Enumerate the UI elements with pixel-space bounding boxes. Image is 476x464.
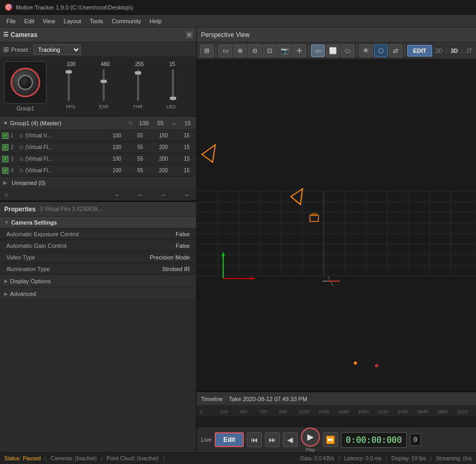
skip-to-start-button[interactable]: ⏮ — [247, 432, 262, 447]
menu-layout[interactable]: Layout — [59, 17, 85, 25]
ruler-2400: 2400 — [397, 409, 416, 414]
menu-community[interactable]: Community — [107, 17, 145, 25]
menu-help[interactable]: Help — [145, 17, 166, 25]
rect-select-button[interactable]: ▭ — [311, 44, 325, 57]
display-status: Display: 59 fps — [391, 456, 426, 461]
cam4-checkbox[interactable]: ✓ — [2, 168, 8, 174]
cam4-values: 100 55 200 15 — [109, 168, 194, 173]
jt-mode-button[interactable]: JT — [464, 48, 474, 54]
camera-controls: Group1 100 480 255 15 — [4, 61, 192, 112]
ruler-2160: 2160 — [377, 409, 396, 414]
cameras-close-button[interactable]: ✕ — [186, 31, 193, 39]
ruler-marks: 0 240 480 720 960 1200 1440 1680 1920 21… — [199, 409, 475, 414]
zoom-in-button[interactable]: ⊕ — [233, 44, 247, 57]
prop-illumination-type: Illumination Type Strobed IR — [0, 263, 196, 275]
edit-mode-button[interactable]: EDIT — [407, 45, 432, 57]
cam2-checkbox[interactable]: ✓ — [2, 144, 8, 151]
properties-subtitle: 3 Virtual Flex 3 #230839,... — [40, 206, 103, 212]
ruler-2640: 2640 — [416, 409, 436, 414]
group1-master-row[interactable]: ▼ Group1 (4) (Master) ⊙ 100 55 -- 15 — [0, 116, 196, 130]
thr-slider[interactable] — [137, 69, 139, 101]
prop-video-type: Video Type Precision Mode — [0, 252, 196, 263]
advanced-header[interactable]: ▶ Advanced — [0, 287, 196, 300]
table-row[interactable]: ✓ 1 ⊙ (Virtual V... 100 55 150 15 — [0, 130, 196, 142]
status-sep6: | — [431, 456, 432, 461]
display-button[interactable]: ⬡ — [374, 44, 388, 57]
ruler-2880: 2880 — [436, 409, 456, 414]
cam-settings-expand-icon: ▼ — [4, 220, 9, 225]
zoom-fit-button[interactable]: ⊡ — [263, 44, 277, 57]
play-button[interactable]: ▶ — [301, 428, 320, 447]
menu-file[interactable]: File — [2, 17, 20, 25]
unnamed-row: ⊙ -- -- -- -- — [0, 189, 196, 201]
camera-inner-lens — [18, 75, 33, 90]
menu-tools[interactable]: Tools — [85, 17, 107, 25]
zoom-out-button[interactable]: ⊖ — [248, 44, 262, 57]
exp-value: 480 — [101, 61, 110, 67]
svg-rect-26 — [310, 215, 318, 221]
preset-dropdown[interactable]: Tracking — [33, 44, 81, 55]
fast-forward-button[interactable]: ⏩ — [323, 432, 338, 447]
svg-marker-29 — [222, 252, 225, 256]
region-select-button[interactable]: ⬜ — [326, 44, 340, 57]
group1-icon: ⊙ — [129, 120, 133, 126]
live-label: Live — [201, 437, 212, 443]
main-area: ☰ Cameras ✕ ⊞ Preset : Tracking — [0, 27, 476, 452]
streaming-status: Streaming: (Ins — [436, 456, 472, 461]
camera-settings-title: Camera Settings — [11, 219, 57, 226]
share-button[interactable]: ⇄ — [389, 44, 402, 57]
rewind-button[interactable]: ◀ — [283, 432, 298, 447]
camera-list: ✓ 1 ⊙ (Virtual V... 100 55 150 15 ✓ 2 ⊙ … — [0, 130, 196, 177]
timecode-display: 0:00:00:000 — [341, 432, 407, 448]
cam2-exp: 55 — [133, 144, 148, 150]
menu-edit[interactable]: Edit — [20, 17, 39, 25]
fps-value: 100 — [67, 61, 76, 67]
eye-button[interactable]: 👁 — [359, 44, 373, 57]
unnamed-group-header[interactable]: ▶ Unnamed (0) — [0, 177, 196, 189]
g1-thr: -- — [172, 120, 176, 126]
2d-mode-button[interactable]: 2D — [433, 48, 445, 54]
ruler-240: 240 — [218, 409, 238, 414]
led-label: LED — [167, 104, 176, 109]
status-bar: Status: Paused | Cameras: (Inactive) | P… — [0, 452, 476, 464]
table-row[interactable]: ✓ 3 ⊙ (Virtual Fl... 100 55 200 15 — [0, 153, 196, 165]
menu-view[interactable]: View — [39, 17, 60, 25]
display-options-header[interactable]: ▶ Display Options — [0, 275, 196, 287]
camera-button[interactable]: 📷 — [278, 44, 291, 57]
view-mode-sep: | — [446, 48, 447, 54]
3d-mode-button[interactable]: 3D — [448, 48, 460, 54]
ruler-1440: 1440 — [317, 409, 337, 414]
prop-auto-gain-value: False — [176, 243, 190, 249]
timeline-track[interactable] — [197, 417, 476, 427]
frame-counter: 0 — [410, 433, 421, 446]
cam3-name: (Virtual Fl... — [25, 156, 107, 162]
timeline-header: Timeline - Take 2020-08-12 07.49.33 PM — [197, 392, 476, 406]
properties-header: Properties 3 Virtual Flex 3 #230839,... — [0, 202, 196, 217]
cam1-checkbox[interactable]: ✓ — [2, 133, 8, 139]
ruler-0: 0 — [199, 409, 218, 414]
ruler-720: 720 — [258, 409, 278, 414]
status-sep3: | — [163, 456, 164, 461]
crosshair-button[interactable]: ✛ — [292, 44, 306, 57]
grid-view-button[interactable]: ⊞ — [200, 44, 214, 57]
unnamed-icon: ⊙ — [4, 192, 8, 198]
viewport[interactable] — [197, 59, 476, 391]
cam3-checkbox[interactable]: ✓ — [2, 156, 8, 162]
prop-auto-exposure-value: False — [176, 231, 190, 237]
data-status: Data: 0.0 KB/s — [300, 456, 334, 461]
exp-slider[interactable] — [103, 69, 105, 101]
oval-select-button[interactable]: ⬭ — [341, 44, 354, 57]
edit-button[interactable]: Edit — [215, 432, 244, 447]
table-row[interactable]: ✓ 4 ⊙ (Virtual Fl... 100 55 200 15 — [0, 165, 196, 177]
perspective-view-title: Perspective View — [201, 31, 250, 39]
fps-slider[interactable] — [68, 69, 70, 101]
camera-settings-section[interactable]: ▼ Camera Settings — [0, 217, 196, 228]
unnamed-val3: -- — [156, 192, 171, 198]
table-row[interactable]: ✓ 2 ⊙ (Virtual Fl... 100 55 200 15 — [0, 142, 196, 153]
step-back-button[interactable]: ⏭ — [265, 432, 280, 447]
3d-cube-button[interactable]: ▭ — [218, 44, 232, 57]
led-slider[interactable] — [172, 69, 174, 101]
status-sep4: | — [338, 456, 340, 461]
prop-auto-exposure-name: Automatic Exposure Control — [6, 231, 176, 237]
unnamed-val1: -- — [109, 192, 124, 198]
